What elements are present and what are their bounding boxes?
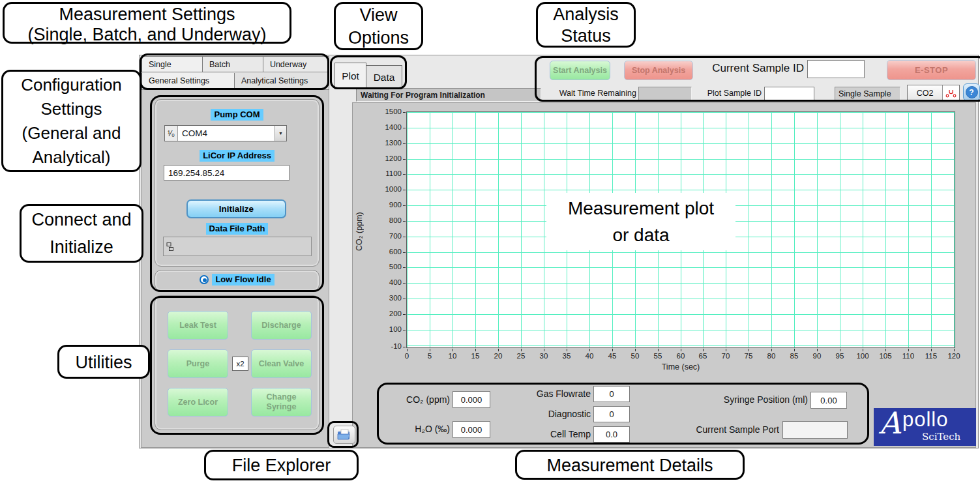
help-button[interactable]: ? xyxy=(963,83,980,101)
h2o-value: 0.000 xyxy=(453,421,490,438)
diagnostic-value: 0 xyxy=(593,406,630,422)
grid-line-vertical xyxy=(453,112,453,347)
x-tick-mark xyxy=(544,349,544,351)
co2-ppm-label: CO₂ (ppm) xyxy=(387,394,450,405)
tab-general-settings[interactable]: General Settings xyxy=(142,73,235,89)
x2-count-control[interactable]: x2 xyxy=(232,357,248,371)
x-tick-label: 30 xyxy=(533,352,554,360)
logo-pollo: pollo xyxy=(902,408,949,432)
licor-ip-input[interactable]: 169.254.85.24 xyxy=(164,165,290,181)
estop-button[interactable]: E-STOP xyxy=(887,60,976,80)
io-ring-icon: ¹⁄₀ xyxy=(165,126,178,141)
grid-line-vertical xyxy=(430,112,430,347)
plot-sample-id-label: Plot Sample ID xyxy=(703,89,762,98)
callout-configuration-settings: Configuration Settings (General and Anal… xyxy=(1,70,141,172)
callout-text: Options xyxy=(336,27,421,50)
apollo-scitech-logo: A pollo SciTech xyxy=(874,408,976,446)
grid-line-horizontal xyxy=(407,283,955,284)
stop-analysis-button[interactable]: Stop Analysis xyxy=(624,61,693,80)
screenshot-root: Single Batch Underway General Settings A… xyxy=(0,0,980,483)
y-tick-mark xyxy=(403,190,406,190)
low-flow-idle-label: Low Flow Idle xyxy=(212,274,274,285)
grid-line-horizontal xyxy=(407,112,955,113)
plot-overlay-line2: or data xyxy=(546,222,735,248)
tab-analytical-settings[interactable]: Analytical Settings xyxy=(235,73,329,89)
tab-single[interactable]: Single xyxy=(142,57,203,72)
x-tick-label: 20 xyxy=(488,352,509,360)
cell-temp-label: Cell Temp xyxy=(520,429,591,439)
question-mark-icon: ? xyxy=(966,86,978,98)
x-tick-mark xyxy=(430,349,430,351)
y-tick-mark xyxy=(403,174,406,175)
x-axis-title: Time (sec) xyxy=(638,362,723,372)
change-syringe-button[interactable]: Change Syringe xyxy=(251,388,312,417)
x-tick-label: 115 xyxy=(921,352,942,360)
tab-batch[interactable]: Batch xyxy=(203,57,263,72)
dropdown-arrow-icon[interactable]: ▼ xyxy=(275,126,286,141)
plot-sample-id-input[interactable] xyxy=(764,87,814,101)
x-tick-mark xyxy=(863,349,863,351)
pump-com-dropdown[interactable]: ¹⁄₀ COM4 ▼ xyxy=(164,125,287,141)
leak-test-button[interactable]: Leak Test xyxy=(168,311,228,340)
diagnostic-label: Diagnostic xyxy=(520,409,591,419)
grid-line-vertical xyxy=(840,112,840,347)
file-explorer-button[interactable] xyxy=(333,426,355,444)
gas-selector-dropdown[interactable]: CO2 xyxy=(907,85,960,101)
callout-utilities: Utilities xyxy=(57,345,150,379)
purge-button[interactable]: Purge xyxy=(168,349,228,378)
x-tick-label: 95 xyxy=(829,352,850,360)
callout-text: Status xyxy=(538,25,634,47)
start-analysis-button[interactable]: Start Analysis xyxy=(550,61,610,80)
tab-data[interactable]: Data xyxy=(366,65,402,89)
y-tick-mark xyxy=(403,314,406,315)
discharge-button[interactable]: Discharge xyxy=(251,311,312,340)
x-tick-mark xyxy=(931,349,932,351)
x-tick-mark xyxy=(612,349,613,351)
x-tick-label: 15 xyxy=(465,352,486,360)
x-tick-label: 55 xyxy=(647,352,668,360)
callout-text: View xyxy=(336,4,421,27)
x-tick-label: 40 xyxy=(579,352,600,360)
low-flow-idle-radio[interactable]: Low Flow Idle xyxy=(155,274,319,285)
callout-text: Initialize xyxy=(22,233,141,261)
x-tick-label: 80 xyxy=(761,352,782,360)
grid-line-vertical xyxy=(749,112,749,347)
zero-licor-button[interactable]: Zero Licor xyxy=(168,388,228,417)
plot-overlay-line1: Measurement plot xyxy=(546,195,735,222)
plot-overlay-annotation: Measurement plot or data xyxy=(546,193,735,250)
x-tick-mark xyxy=(840,349,840,351)
grid-line-vertical xyxy=(817,112,818,347)
grid-line-vertical xyxy=(794,112,795,347)
y-tick-mark xyxy=(403,112,406,113)
initialize-button[interactable]: Initialize xyxy=(186,199,286,218)
tab-underway[interactable]: Underway xyxy=(263,57,329,72)
grid-line-vertical xyxy=(885,112,886,347)
y-tick-mark xyxy=(403,159,406,160)
path-icon xyxy=(166,242,174,252)
current-sample-id-input[interactable] xyxy=(807,60,865,78)
grid-line-vertical xyxy=(954,112,955,347)
callout-analysis-status: Analysis Status xyxy=(536,2,636,48)
clean-valve-button[interactable]: Clean Valve xyxy=(251,349,312,378)
y-tick-mark xyxy=(403,283,406,284)
logo-scitech: SciTech xyxy=(922,431,960,443)
grid-line-horizontal xyxy=(407,143,955,144)
status-message-box: Waiting For Program Initialization xyxy=(356,88,541,102)
y-tick-mark xyxy=(403,252,406,253)
y-tick-mark xyxy=(403,128,406,128)
grid-line-horizontal xyxy=(407,174,955,175)
y-tick-label: 1400 xyxy=(372,123,402,131)
h2o-label: H₂O (‰) xyxy=(387,424,450,434)
syringe-position-label: Syringe Position (ml) xyxy=(705,394,808,405)
data-file-path-field[interactable] xyxy=(163,237,312,256)
settings-tabstrip: General Settings Analytical Settings xyxy=(141,73,329,90)
callout-text: (Single, Batch, and Underway) xyxy=(5,25,290,45)
radio-icon[interactable] xyxy=(200,275,209,284)
syringe-position-value: 0.00 xyxy=(810,392,847,409)
tab-plot[interactable]: Plot xyxy=(334,63,366,89)
y-tick-label: 700 xyxy=(372,232,402,240)
y-tick-label: 800 xyxy=(372,216,402,224)
x-tick-mark xyxy=(726,349,726,351)
y-tick-label: 300 xyxy=(372,294,402,302)
x-tick-mark xyxy=(498,349,499,351)
